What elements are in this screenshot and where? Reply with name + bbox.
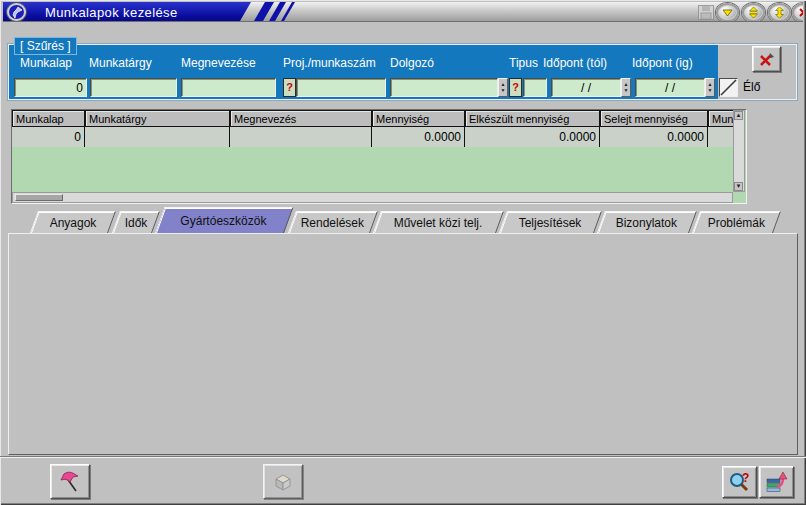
worksheets-table: Munkalap Munkatárgy Megnevezés Mennyiség… [11, 109, 747, 204]
pin-x-icon [758, 51, 776, 68]
scrollbar-thumb[interactable] [15, 194, 63, 201]
cell-megnevezes[interactable] [230, 127, 372, 147]
worksheets-vertical-scrollbar[interactable]: ▲ ▼ [733, 110, 745, 192]
search-button[interactable]: ? [722, 466, 757, 498]
magnifier-question-icon: ? [728, 471, 752, 493]
close-button[interactable] [792, 3, 803, 22]
filter-group-legend: [ Szűrés ] [14, 37, 77, 55]
idopont-ig-spinner[interactable]: ▲▼ [705, 78, 715, 97]
flag-button[interactable] [50, 464, 90, 499]
elo-checkbox-label: Élő [743, 80, 760, 94]
idopont-tol-spinner[interactable]: ▲▼ [621, 78, 631, 97]
cell-munkatargy[interactable] [85, 127, 230, 147]
col-header-mennyiseg: Mennyiség [372, 110, 465, 127]
restore-button[interactable] [742, 3, 765, 22]
col-header-selejt: Selejt mennyiség [600, 110, 708, 127]
app-window: Munkalapok kezelése [ Szűrés ] Munkalap … [0, 0, 806, 505]
window-pushpin-icon[interactable] [7, 3, 26, 21]
window-title: Munkalapok kezelése [45, 5, 178, 20]
svg-text:?: ? [742, 471, 749, 485]
minimize-button[interactable] [716, 3, 739, 22]
exit-button[interactable] [759, 466, 794, 498]
col-header-elkeszult: Elkészült mennyiség [465, 110, 600, 127]
tipus-input[interactable] [523, 78, 547, 97]
tipus-label: Tipus [509, 56, 538, 70]
col-header-munkatargy: Munkatárgy [85, 110, 230, 127]
proj-munkaszam-input[interactable] [296, 78, 386, 97]
scroll-down-icon[interactable]: ▼ [734, 182, 743, 191]
megnevezese-label: Megnevezése [181, 56, 256, 70]
megnevezese-input[interactable] [181, 78, 276, 97]
tab-gyartoeszkozok[interactable]: Gyártóeszközök [155, 207, 293, 233]
dolgozo-spinner[interactable]: ▲▼ [498, 78, 508, 97]
tab-rendelesek[interactable]: Rendelések [288, 211, 378, 233]
tab-idok[interactable]: Idők [112, 211, 160, 233]
munkatargy-input[interactable] [90, 78, 177, 97]
col-header-megnevezes: Megnevezés [230, 110, 372, 127]
titlebar[interactable]: Munkalapok kezelése [3, 2, 803, 22]
proj-munkaszam-label: Proj./munkaszám [283, 56, 376, 70]
tab-bizonylatok[interactable]: Bizonylatok [597, 211, 697, 233]
cell-mennyiseg[interactable]: 0.0000 [372, 127, 465, 147]
tab-anyagok[interactable]: Anyagok [30, 211, 116, 233]
cell-munk[interactable] [708, 127, 735, 147]
munkalap-label: Munkalap [20, 56, 72, 70]
dolgozo-input[interactable] [390, 78, 498, 97]
tab-problemak[interactable]: Problémák [692, 211, 781, 233]
idopont-ig-label: Időpont (ig) [632, 56, 693, 70]
tab-muvelet-kozi-telj[interactable]: Művelet közi telj. [373, 211, 504, 233]
printer-icon [271, 471, 295, 493]
maximize-button[interactable] [768, 3, 791, 22]
print-button[interactable] [263, 464, 303, 499]
floppy-save-icon [698, 5, 714, 20]
cell-elkeszult[interactable]: 0.0000 [465, 127, 600, 147]
tab-content-panel [8, 233, 798, 455]
munkatargy-label: Munkatárgy [89, 56, 152, 70]
scroll-up-icon[interactable]: ▲ [734, 111, 743, 120]
col-header-munkalap: Munkalap [12, 110, 85, 127]
cell-munkalap[interactable]: 0 [12, 127, 85, 147]
proj-help-button[interactable]: ? [283, 78, 296, 97]
cell-selejt[interactable]: 0.0000 [600, 127, 708, 147]
clear-filter-button[interactable] [752, 46, 781, 72]
idopont-tol-label: Időpont (tól) [543, 56, 607, 70]
idopont-ig-input[interactable] [635, 78, 705, 97]
bottom-divider [0, 456, 806, 458]
col-header-munk: Munk. [708, 110, 735, 127]
munkalap-input[interactable] [14, 78, 87, 97]
dolgozo-label: Dolgozó [390, 56, 434, 70]
idopont-tol-input[interactable] [551, 78, 621, 97]
elo-checkbox[interactable] [719, 78, 738, 97]
tab-teljesitesek[interactable]: Teljesítések [499, 211, 602, 233]
pink-flag-icon [57, 470, 83, 494]
exit-arrow-icon [765, 471, 789, 493]
worksheets-horizontal-scrollbar[interactable] [12, 192, 733, 203]
tipus-help-button[interactable]: ? [509, 78, 522, 97]
